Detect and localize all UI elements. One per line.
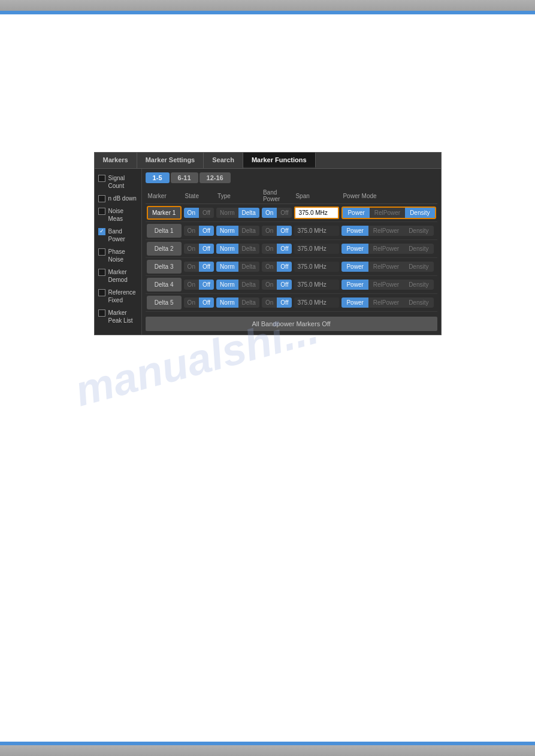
tab-markers[interactable]: Markers xyxy=(95,153,137,168)
checkbox-marker-demod[interactable] xyxy=(98,269,105,276)
checkbox-band-power[interactable] xyxy=(98,228,105,235)
bandpower-off-button[interactable]: Off xyxy=(277,226,292,236)
type-norm-button[interactable]: Norm xyxy=(216,208,238,218)
type-norm-button[interactable]: Norm xyxy=(216,226,238,236)
type-norm-button[interactable]: Norm xyxy=(216,244,238,254)
sidebar-item-reference-fixed[interactable]: Reference Fixed xyxy=(95,286,141,306)
marker-name-button[interactable]: Delta 5 xyxy=(147,296,182,309)
tab-search[interactable]: Search xyxy=(204,153,243,168)
power-mode-relpower-button[interactable]: RelPower xyxy=(368,262,404,272)
type-norm-button[interactable]: Norm xyxy=(216,297,238,308)
power-mode-density-button[interactable]: Density xyxy=(404,244,433,254)
power-mode-group: PowerRelPowerDensity xyxy=(341,297,433,308)
power-mode-density-button[interactable]: Density xyxy=(404,226,433,236)
table-row: Delta 2OnOffNormDeltaOnOff375.0 MHzPower… xyxy=(146,240,437,258)
marker-name-button[interactable]: Marker 1 xyxy=(147,206,182,220)
bandpower-on-button[interactable]: On xyxy=(262,208,277,218)
bandpower-on-button[interactable]: On xyxy=(262,297,277,308)
span-value: 375.0 MHz xyxy=(294,262,339,272)
state-off-button[interactable]: Off xyxy=(199,208,214,218)
state-off-button[interactable]: Off xyxy=(199,297,214,308)
power-mode-relpower-button[interactable]: RelPower xyxy=(368,280,404,290)
all-bandpower-off-button[interactable]: All Bandpower Markers Off xyxy=(146,317,437,331)
bandpower-on-button[interactable]: On xyxy=(262,244,277,254)
power-mode-relpower-button[interactable]: RelPower xyxy=(368,226,404,236)
state-off-button[interactable]: Off xyxy=(199,244,214,254)
sidebar-item-marker-demod[interactable]: Marker Demod xyxy=(95,266,141,286)
checkbox-reference-fixed[interactable] xyxy=(98,289,105,296)
type-norm-button[interactable]: Norm xyxy=(216,262,238,272)
marker-name-button[interactable]: Delta 2 xyxy=(147,242,182,256)
sidebar-item-signal-count[interactable]: Signal Count xyxy=(95,172,141,192)
state-on-button[interactable]: On xyxy=(184,244,199,254)
power-mode-relpower-button[interactable]: RelPower xyxy=(368,244,404,254)
power-mode-power-button[interactable]: Power xyxy=(341,226,368,236)
sidebar-item-ndb-down[interactable]: n dB down xyxy=(95,192,141,205)
bandpower-off-button[interactable]: Off xyxy=(277,280,292,290)
bandpower-off-button[interactable]: Off xyxy=(277,297,292,308)
power-mode-relpower-button[interactable]: RelPower xyxy=(370,208,405,218)
state-on-button[interactable]: On xyxy=(184,280,199,290)
bandpower-off-button[interactable]: Off xyxy=(277,262,292,272)
state-off-button[interactable]: Off xyxy=(199,226,214,236)
table-row: Delta 4OnOffNormDeltaOnOff375.0 MHzPower… xyxy=(146,276,437,294)
sub-tab-6-11[interactable]: 6-11 xyxy=(171,172,198,183)
marker-table: Marker State Type Band Power Span Power … xyxy=(146,188,437,312)
label-noise-meas: Noise Meas xyxy=(108,207,138,223)
state-off-button[interactable]: Off xyxy=(199,280,214,290)
checkbox-ndb-down[interactable] xyxy=(98,195,105,202)
type-norm-button[interactable]: Norm xyxy=(216,280,238,290)
checkbox-signal-count[interactable] xyxy=(98,175,105,182)
power-mode-power-button[interactable]: Power xyxy=(341,280,368,290)
main-area: 1-5 6-11 12-16 Marker State Type Band Po… xyxy=(142,169,441,335)
power-mode-density-button[interactable]: Density xyxy=(405,208,434,218)
sub-tab-1-5[interactable]: 1-5 xyxy=(146,172,170,183)
tab-marker-functions[interactable]: Marker Functions xyxy=(243,153,316,168)
power-mode-density-button[interactable]: Density xyxy=(404,262,433,272)
type-delta-button[interactable]: Delta xyxy=(238,244,259,254)
marker-name-button[interactable]: Delta 4 xyxy=(147,278,182,292)
state-on-button[interactable]: On xyxy=(184,208,199,218)
state-on-button[interactable]: On xyxy=(184,297,199,308)
sidebar-item-phase-noise[interactable]: Phase Noise xyxy=(95,245,141,266)
power-mode-power-button[interactable]: Power xyxy=(341,262,368,272)
sidebar-item-band-power[interactable]: Band Power xyxy=(95,225,141,245)
type-delta-button[interactable]: Delta xyxy=(238,262,259,272)
marker-name-button[interactable]: Delta 3 xyxy=(147,260,182,274)
bandpower-on-button[interactable]: On xyxy=(262,262,277,272)
tab-marker-settings[interactable]: Marker Settings xyxy=(137,153,204,168)
power-mode-relpower-button[interactable]: RelPower xyxy=(368,297,404,308)
power-mode-power-button[interactable]: Power xyxy=(341,297,368,308)
state-off-button[interactable]: Off xyxy=(199,262,214,272)
bandpower-off-button[interactable]: Off xyxy=(277,208,292,218)
label-marker-peak-list: Marker Peak List xyxy=(108,309,138,324)
col-header-powermode: Power Mode xyxy=(340,188,437,204)
type-delta-button[interactable]: Delta xyxy=(238,208,259,218)
marker-name-button[interactable]: Delta 1 xyxy=(147,224,182,238)
checkbox-phase-noise[interactable] xyxy=(98,248,105,256)
sub-tab-12-16[interactable]: 12-16 xyxy=(200,172,231,183)
state-toggle-group: OnOff xyxy=(184,244,214,254)
span-input[interactable] xyxy=(294,207,339,219)
table-row: Delta 5OnOffNormDeltaOnOff375.0 MHzPower… xyxy=(146,294,437,312)
power-mode-density-button[interactable]: Density xyxy=(404,280,433,290)
power-mode-group: PowerRelPowerDensity xyxy=(341,226,433,236)
type-delta-button[interactable]: Delta xyxy=(238,280,259,290)
checkbox-noise-meas[interactable] xyxy=(98,208,105,215)
bottom-gray-bar xyxy=(0,745,535,756)
power-mode-power-button[interactable]: Power xyxy=(341,244,368,254)
state-on-button[interactable]: On xyxy=(184,226,199,236)
sidebar-item-marker-peak-list[interactable]: Marker Peak List xyxy=(95,306,141,327)
left-sidebar: Signal Count n dB down Noise Meas Band P… xyxy=(95,169,142,335)
type-delta-button[interactable]: Delta xyxy=(238,226,259,236)
power-mode-power-button[interactable]: Power xyxy=(343,208,369,218)
sidebar-item-noise-meas[interactable]: Noise Meas xyxy=(95,205,141,225)
bandpower-off-button[interactable]: Off xyxy=(277,244,292,254)
power-mode-density-button[interactable]: Density xyxy=(404,297,433,308)
state-on-button[interactable]: On xyxy=(184,262,199,272)
bandpower-on-button[interactable]: On xyxy=(262,280,277,290)
type-delta-button[interactable]: Delta xyxy=(238,297,259,308)
label-marker-demod: Marker Demod xyxy=(108,268,138,284)
bandpower-on-button[interactable]: On xyxy=(262,226,277,236)
checkbox-marker-peak-list[interactable] xyxy=(98,309,105,317)
